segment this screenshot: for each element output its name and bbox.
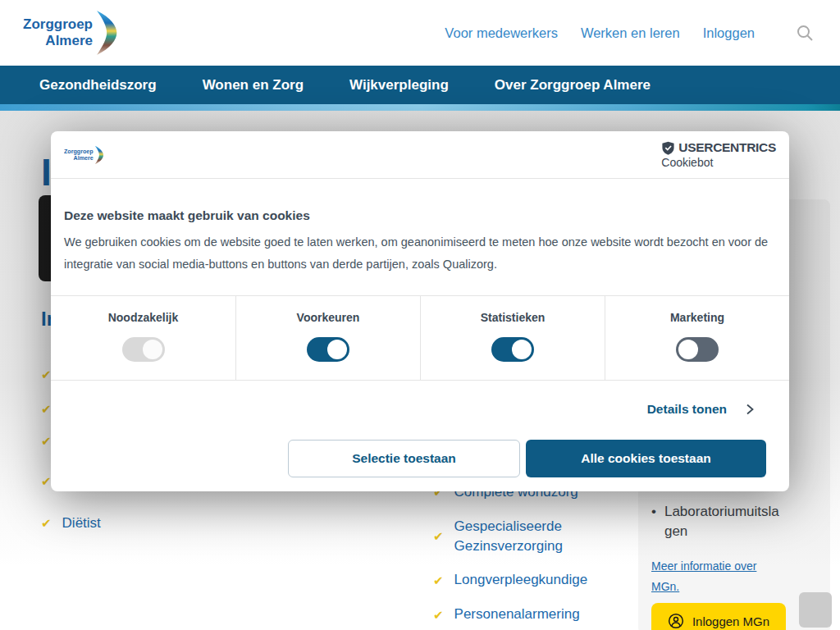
usercentrics-wordmark: USERCENTRICS [678,140,776,155]
search-icon[interactable] [796,24,814,42]
allow-selection-button[interactable]: Selectie toestaan [288,440,520,477]
crescent-logo-icon [95,7,117,58]
shield-check-icon [661,141,675,155]
list-item-gespecialiseerde-gezinsverzorging[interactable]: ✔ Gespecialiseerde Gezinsverzorging [433,517,638,556]
top-nav-inloggen[interactable]: Inloggen [703,25,755,41]
top-nav: Voor medewerkers Werken en leren Inlogge… [445,0,814,66]
check-icon: ✔ [41,368,52,382]
nav-over-zorggroep-almere[interactable]: Over Zorggroep Almere [495,77,651,94]
toggle-knob [678,340,698,359]
check-icon: ✔ [41,402,52,417]
accent-strip [0,104,840,111]
logo-line1: Zorggroep [23,16,93,33]
toggle-marketing[interactable] [676,337,719,362]
crescent-logo-icon [94,144,103,165]
mgn-login-button[interactable]: Inloggen MGn [651,603,786,630]
list-item-label[interactable]: Personenalarmering [454,605,580,624]
chevron-right-icon [743,403,756,416]
bullet-item-label: Laboratoriumuitslagen [664,502,784,541]
cookie-dialog-site-logo: Zorggroep Almere [64,144,103,165]
list-item-longverpleegkundige[interactable]: ✔ Longverpleegkundige [433,570,638,590]
page-title-partial: I [41,150,52,194]
list-item-dietist[interactable]: ✔ Diëtist [41,514,101,533]
check-icon: ✔ [41,434,52,449]
site-logo[interactable]: Zorggroep Almere [23,7,117,58]
toggle-knob [143,340,162,359]
category-label: Marketing [605,311,789,324]
bullet-icon: • [651,502,656,541]
site-logo-text: Zorggroep Almere [64,148,94,162]
logo-line2: Almere [64,155,94,162]
category-marketing: Marketing [605,296,789,380]
category-label: Statistieken [421,311,605,324]
category-statistieken: Statistieken [420,296,605,380]
scroll-top-button[interactable] [799,592,832,628]
toggle-knob [327,340,347,359]
cookie-category-toggles: Noodzakelijk Voorkeuren Statistieken Mar… [51,295,789,381]
check-icon: ✔ [433,530,444,542]
toggle-voorkeuren[interactable] [307,337,349,362]
category-label: Noodzakelijk [51,311,235,324]
check-icon: ✔ [433,609,444,621]
category-noodzakelijk: Noodzakelijk [51,296,235,380]
toggle-noodzakelijk [122,337,165,362]
sidebar-bullet-item: • Laboratoriumuitslagen [651,502,784,541]
site-header: Zorggroep Almere Voor medewerkers Werken… [0,0,840,66]
details-tonen-label[interactable]: Details tonen [647,402,727,417]
mgn-more-info-link[interactable]: Meer informatie over MGn. [651,556,770,596]
details-tonen-link[interactable]: Details tonen [64,402,776,417]
usercentrics-branding: USERCENTRICS Cookiebot [661,140,776,169]
toggle-statistieken[interactable] [491,337,534,362]
cookie-consent-dialog: Zorggroep Almere USERCENTRICS Cookiebot … [51,131,789,491]
category-label: Voorkeuren [236,311,420,324]
nav-gezondheidszorg[interactable]: Gezondheidszorg [39,77,157,94]
list-item-label[interactable]: Diëtist [62,514,101,533]
services-list: ✔ Complete wondzorg ✔ Gespecialiseerde G… [433,482,638,630]
top-nav-voor-medewerkers[interactable]: Voor medewerkers [445,25,558,41]
check-icon: ✔ [41,517,52,529]
top-nav-werken-en-leren[interactable]: Werken en leren [581,25,680,41]
cookie-dialog-buttons: Selectie toestaan Alle cookies toestaan [64,440,776,491]
allow-all-cookies-button[interactable]: Alle cookies toestaan [526,440,766,477]
cookie-dialog-body: Deze website maakt gebruik van cookies W… [51,208,789,491]
nav-wonen-en-zorg[interactable]: Wonen en Zorg [203,77,304,94]
list-item-personenalarmering[interactable]: ✔ Personenalarmering [433,605,638,624]
main-nav: Gezondheidszorg Wonen en Zorg Wijkverple… [0,66,840,104]
list-item-label[interactable]: Longverpleegkundige [454,570,588,590]
person-icon [668,613,684,629]
cookie-dialog-header: Zorggroep Almere USERCENTRICS Cookiebot [51,131,789,179]
cookie-dialog-description: We gebruiken cookies om de website goed … [64,231,776,276]
mgn-login-label: Inloggen MGn [692,614,769,628]
toggle-knob [512,340,532,359]
list-item-label[interactable]: Gespecialiseerde Gezinsverzorging [454,517,598,556]
cookiebot-label: Cookiebot [661,156,713,169]
cookie-dialog-title: Deze website maakt gebruik van cookies [64,208,776,223]
site-logo-text: Zorggroep Almere [23,16,93,50]
logo-line1: Zorggroep [64,148,94,155]
nav-wijkverpleging[interactable]: Wijkverpleging [349,77,449,94]
check-icon: ✔ [41,474,52,489]
category-voorkeuren: Voorkeuren [235,296,420,380]
logo-line2: Almere [23,33,93,49]
check-icon: ✔ [433,574,444,587]
